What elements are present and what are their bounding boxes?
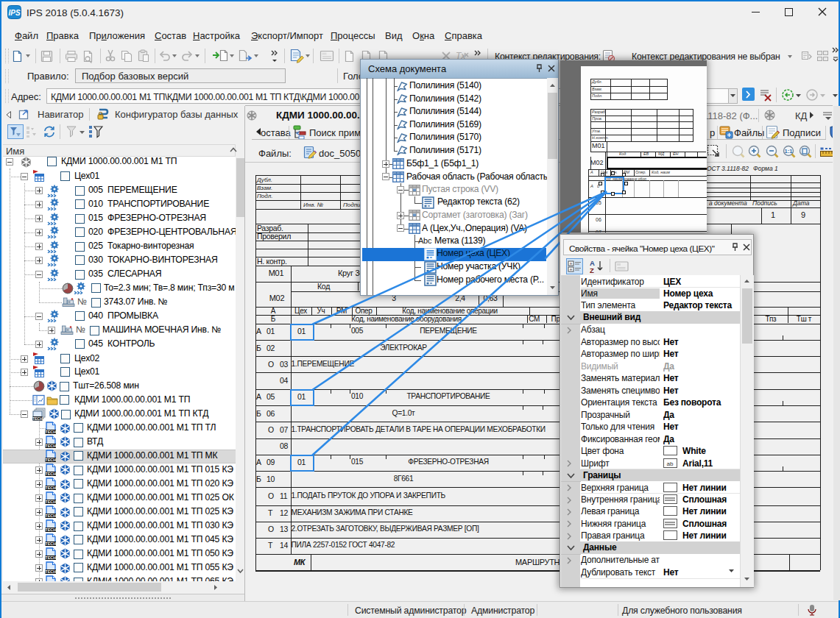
- svg-text:+: +: [569, 267, 572, 272]
- svg-text:1:1: 1:1: [785, 148, 793, 154]
- svg-text:ab: ab: [667, 461, 674, 467]
- svg-text:Z: Z: [590, 266, 594, 274]
- svg-text:+: +: [569, 261, 572, 266]
- svg-text:IPS: IPS: [8, 9, 20, 17]
